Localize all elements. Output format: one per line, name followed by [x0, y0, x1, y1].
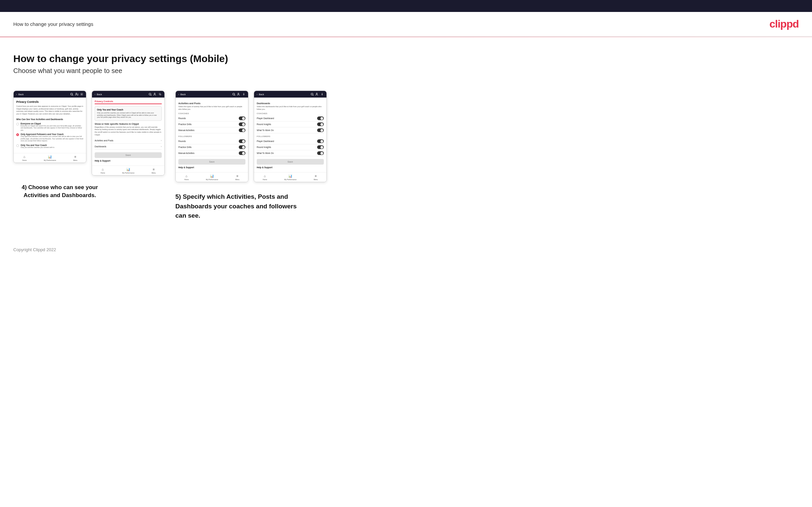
screen4-coaches-workon-label: What To Work On	[257, 129, 274, 131]
screen4-coaches-insights: Round Insights	[257, 121, 324, 127]
search-icon2[interactable]	[148, 93, 152, 96]
screen3-coaches-rounds-label: Rounds	[179, 117, 186, 119]
people-icon[interactable]	[75, 93, 79, 96]
chart-icon2: 📊	[126, 168, 130, 171]
screen1-group: ‹ Back Privacy Controls	[13, 91, 86, 163]
settings-icon2[interactable]	[158, 93, 162, 96]
screen1-nav-performance[interactable]: 📊 My Performance	[44, 155, 56, 161]
screen1-nav-back[interactable]: ‹ Back	[16, 93, 23, 96]
screen3-nav-performance[interactable]: 📊 My Performance	[206, 174, 218, 180]
screen4-followers-workon-label: What To Work On	[257, 152, 274, 154]
screen3-save-btn[interactable]: Save	[179, 159, 245, 165]
svg-point-8	[233, 93, 235, 95]
screen4-coaches-player: Player Dashboard	[257, 115, 324, 121]
right-mockup-pair: ‹ Back Activities and Posts Select	[175, 91, 327, 182]
radio-text-everyone: Everyone on Clippd Everyone on Clippd ca…	[20, 122, 83, 131]
screen3-coaches-manual-toggle[interactable]	[239, 128, 245, 132]
screen1-heading: Privacy Controls	[16, 100, 83, 104]
menu-label2: Menu	[152, 172, 156, 174]
settings-icon3[interactable]	[242, 93, 245, 96]
screen4-nav-performance[interactable]: 📊 My Performance	[284, 174, 297, 180]
screen2-nav-menu[interactable]: ≡ Menu	[152, 168, 156, 174]
chart-icon3: 📊	[210, 174, 214, 178]
screen4-coaches-player-toggle[interactable]	[317, 116, 324, 120]
screen3-nav-back[interactable]: ‹ Back	[179, 93, 186, 96]
screen4-nav-home[interactable]: ⌂ Home	[263, 174, 267, 180]
screen2-chevron-activities: ›	[161, 139, 162, 142]
search-icon[interactable]	[70, 93, 73, 96]
screen3-nav-menu[interactable]: ≡ Menu	[236, 174, 240, 180]
screen3-followers-manual-toggle[interactable]	[239, 151, 245, 155]
screen4-followers-player-label: Player Dashboard	[257, 140, 274, 143]
search-icon3[interactable]	[232, 93, 236, 96]
home-label: Home	[22, 159, 27, 161]
screen2-nav-icons	[148, 93, 162, 96]
screen1-body: Privacy Controls Control how you and you…	[14, 98, 86, 153]
screen4-coaches-workon: What To Work On	[257, 127, 324, 133]
settings-icon[interactable]	[80, 93, 83, 96]
radio-approved[interactable]: Only Approved Followers and Your Coach O…	[16, 133, 83, 142]
people-icon4[interactable]	[315, 93, 319, 96]
screen4-followers-insights-toggle[interactable]	[317, 145, 324, 149]
screen3-nav: ‹ Back	[176, 91, 248, 98]
screen3-followers-manual-label: Manual Activities	[179, 152, 194, 154]
screen2-save-btn[interactable]: Save	[95, 152, 162, 158]
screen4-nav: ‹ Back	[254, 91, 326, 98]
screen2-nav-back[interactable]: ‹ Back	[95, 93, 102, 96]
svg-line-13	[313, 95, 313, 96]
settings-icon4[interactable]	[320, 93, 324, 96]
screen4-coaches-insights-toggle[interactable]	[317, 122, 324, 126]
screen4-nav-back[interactable]: ‹ Back	[257, 93, 264, 96]
screen3-desc: Select the types of activity that you'd …	[179, 106, 245, 111]
screen3-coaches-drills-toggle[interactable]	[239, 122, 245, 126]
people-icon3[interactable]	[237, 93, 241, 96]
radio-everyone[interactable]: Everyone on Clippd Everyone on Clippd ca…	[16, 122, 83, 131]
screen3-followers-rounds-toggle[interactable]	[239, 139, 245, 143]
screen1-phone: ‹ Back Privacy Controls	[13, 91, 86, 163]
home-icon4: ⌂	[264, 174, 266, 178]
screen2-menu-dashboards[interactable]: Dashboards ›	[95, 144, 162, 150]
caption-right: 5) Specify which Activities, Posts and D…	[175, 192, 308, 221]
screen4-coaches-insights-label: Round Insights	[257, 123, 271, 125]
breadcrumb: How to change your privacy settings	[13, 21, 93, 27]
screen4-save-btn[interactable]: Save	[257, 159, 324, 165]
screen4-followers-player-toggle[interactable]	[317, 139, 324, 143]
svg-point-7	[160, 94, 161, 95]
radio-only-you[interactable]: Only You and Your Coach Only you and the…	[16, 144, 83, 149]
screen1-nav-menu[interactable]: ≡ Menu	[73, 155, 78, 161]
screen2-bottom-nav: ⌂ Home 📊 My Performance ≡ Menu	[92, 166, 164, 175]
screen2-nav-performance[interactable]: 📊 My Performance	[122, 168, 135, 174]
search-icon4[interactable]	[310, 93, 314, 96]
screen1-desc: Control how you and your data appears to…	[16, 105, 83, 115]
screen1-nav-home[interactable]: ⌂ Home	[22, 155, 27, 161]
screen4-coaches-workon-toggle[interactable]	[317, 128, 324, 132]
screen1-back-label: Back	[18, 93, 23, 96]
svg-point-15	[322, 94, 323, 95]
screen2-menu-activities[interactable]: Activities and Posts ›	[95, 138, 162, 144]
radio-label-everyone: Everyone on Clippd	[20, 122, 83, 125]
chevron-left-icon3: ‹	[179, 93, 179, 96]
page-subtitle: Choose what you want people to see	[13, 67, 799, 75]
left-mockup-pair: ‹ Back Privacy Controls	[13, 91, 165, 175]
svg-point-12	[311, 93, 313, 95]
screen2-menu-activities-label: Activities and Posts	[95, 139, 113, 142]
screen3-coaches-rounds-toggle[interactable]	[239, 116, 245, 120]
screen3-nav-home[interactable]: ⌂ Home	[184, 174, 189, 180]
screen2-nav-home[interactable]: ⌂ Home	[101, 168, 105, 174]
page-title: How to change your privacy settings (Mob…	[13, 53, 799, 64]
people-icon2[interactable]	[153, 93, 157, 96]
screen3-bottom-nav: ⌂ Home 📊 My Performance ≡ Menu	[176, 172, 248, 182]
screen3-followers-drills-toggle[interactable]	[239, 145, 245, 149]
screen2-help: Help & Support	[95, 158, 162, 163]
home-label3: Home	[184, 178, 189, 180]
screen2-body: Privacy Controls Only You and Your Coach…	[92, 98, 164, 166]
svg-line-5	[151, 95, 151, 96]
screen4-followers-workon-toggle[interactable]	[317, 151, 324, 155]
screen3-back-label: Back	[180, 93, 186, 96]
menu-icon3: ≡	[237, 174, 239, 178]
performance-label: My Performance	[44, 159, 56, 161]
screen2-tab[interactable]: Privacy Controls	[95, 100, 113, 104]
chart-icon4: 📊	[288, 174, 292, 178]
radio-circle-only-you	[16, 144, 19, 147]
screen4-nav-menu[interactable]: ≡ Menu	[314, 174, 318, 180]
